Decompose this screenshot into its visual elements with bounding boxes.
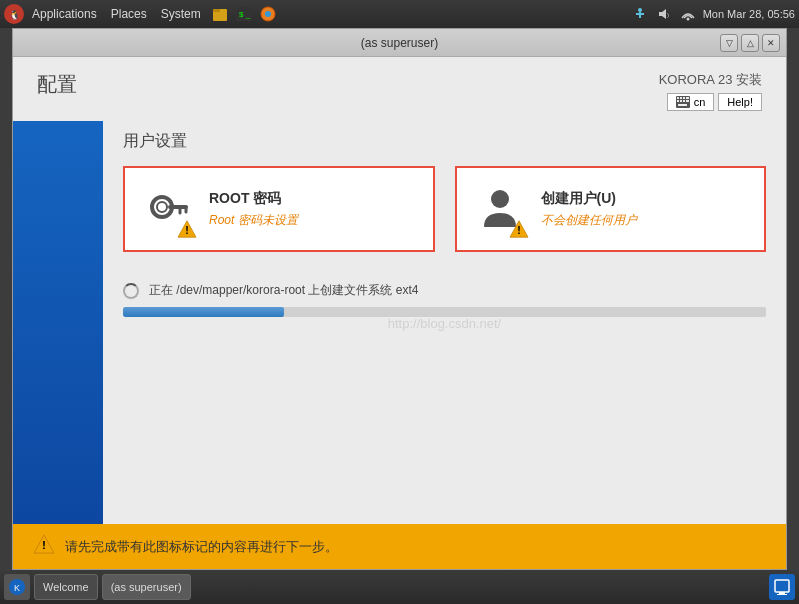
locale-button[interactable]: cn: [667, 93, 715, 111]
progress-row: 正在 /dev/mapper/korora-root 上创建文件系统 ext4: [123, 282, 766, 299]
window-controls: ▽ △ ✕: [720, 34, 780, 52]
create-user-card[interactable]: ! 创建用户(U) 不会创建任何用户: [455, 166, 767, 252]
keyboard-icon: [676, 96, 690, 108]
system-tray: ) Mon Mar 28, 05:56: [631, 5, 795, 23]
svg-point-7: [265, 11, 271, 17]
applications-menu[interactable]: Applications: [26, 5, 103, 23]
network-icon[interactable]: [679, 5, 697, 23]
svg-rect-23: [678, 104, 687, 106]
quick-launch-bar: $ _: [209, 3, 279, 25]
locale-controls: cn Help!: [667, 93, 762, 111]
section-title: 用户设置: [123, 131, 766, 152]
svg-rect-3: [213, 9, 220, 12]
main-window: (as superuser) ▽ △ ✕ 配置 KORORA 23 安装: [12, 28, 787, 570]
taskbar-bottom: K Welcome (as superuser): [0, 570, 799, 604]
svg-text:!: !: [185, 224, 189, 236]
spinner-icon: [123, 283, 139, 299]
user-card-text: 创建用户(U) 不会创建任何用户: [541, 190, 637, 229]
svg-point-31: [491, 190, 509, 208]
svg-point-13: [686, 18, 689, 21]
accessibility-icon[interactable]: [631, 5, 649, 23]
browser-icon[interactable]: [257, 3, 279, 25]
tb-right: [769, 574, 795, 600]
svg-rect-21: [683, 100, 685, 102]
minimize-button[interactable]: ▽: [720, 34, 738, 52]
warning-bar-icon: !: [33, 534, 55, 559]
svg-rect-16: [680, 97, 682, 99]
root-card-text: ROOT 密码 Root 密码未设置: [209, 190, 298, 229]
terminal-icon[interactable]: $ _: [233, 3, 255, 25]
cards-row: ! ROOT 密码 Root 密码未设置: [123, 166, 766, 252]
root-card-title: ROOT 密码: [209, 190, 298, 208]
svg-rect-18: [686, 97, 689, 99]
warning-bar: ! 请先完成带有此图标标记的内容再进行下一步。: [13, 524, 786, 569]
progress-area: 正在 /dev/mapper/korora-root 上创建文件系统 ext4: [123, 282, 766, 317]
svg-rect-39: [779, 592, 785, 594]
user-icon-area: !: [473, 182, 527, 236]
show-desktop-icon[interactable]: [769, 574, 795, 600]
window-title: (as superuser): [361, 36, 438, 50]
close-button[interactable]: ✕: [762, 34, 780, 52]
svg-rect-17: [683, 97, 685, 99]
locale-label: cn: [694, 96, 706, 108]
page-title: 配置: [37, 71, 77, 98]
locale-area: KORORA 23 安装: [659, 71, 762, 111]
svg-text:🐧: 🐧: [9, 9, 21, 21]
svg-text:$ _: $ _: [239, 10, 251, 19]
svg-rect-40: [777, 594, 787, 595]
svg-text:!: !: [42, 538, 46, 552]
volume-icon[interactable]: ): [655, 5, 673, 23]
content-body: 用户设置: [13, 121, 786, 524]
install-title: KORORA 23 安装: [659, 71, 762, 89]
progress-bar-track: [123, 307, 766, 317]
svg-rect-15: [677, 97, 679, 99]
window-titlebar: (as superuser) ▽ △ ✕: [13, 29, 786, 57]
system-menu[interactable]: System: [155, 5, 207, 23]
welcome-taskbar-btn[interactable]: Welcome: [34, 574, 98, 600]
root-card-subtitle: Root 密码未设置: [209, 212, 298, 229]
maximize-button[interactable]: △: [741, 34, 759, 52]
left-sidebar: [13, 121, 103, 524]
svg-text:!: !: [517, 224, 521, 236]
user-card-subtitle: 不会创建任何用户: [541, 212, 637, 229]
user-warning-icon: !: [509, 220, 529, 238]
distro-tb-icon[interactable]: K: [4, 574, 30, 600]
svg-text:K: K: [14, 583, 20, 593]
datetime-label: Mon Mar 28, 05:56: [703, 8, 795, 20]
content-header: 配置 KORORA 23 安装: [13, 57, 786, 121]
root-password-card[interactable]: ! ROOT 密码 Root 密码未设置: [123, 166, 435, 252]
help-button[interactable]: Help!: [718, 93, 762, 111]
user-card-title: 创建用户(U): [541, 190, 637, 208]
watermark: http://blog.csdn.net/: [388, 315, 501, 330]
superuser-taskbar-btn[interactable]: (as superuser): [102, 574, 191, 600]
svg-rect-38: [775, 580, 789, 592]
window-content: 配置 KORORA 23 安装: [13, 57, 786, 569]
svg-rect-19: [677, 100, 679, 102]
svg-point-25: [157, 202, 167, 212]
root-icon-area: !: [141, 182, 195, 236]
svg-text:): ): [667, 12, 669, 18]
svg-rect-22: [686, 100, 689, 102]
distro-icon: 🐧: [4, 4, 24, 24]
file-manager-icon[interactable]: [209, 3, 231, 25]
root-warning-icon: !: [177, 220, 197, 238]
svg-marker-11: [659, 9, 666, 19]
places-menu[interactable]: Places: [105, 5, 153, 23]
progress-bar-fill: [123, 307, 284, 317]
progress-label: 正在 /dev/mapper/korora-root 上创建文件系统 ext4: [149, 282, 418, 299]
svg-rect-20: [680, 100, 682, 102]
warning-bar-text: 请先完成带有此图标标记的内容再进行下一步。: [65, 538, 338, 556]
right-main: 用户设置: [103, 121, 786, 524]
taskbar-top: 🐧 Applications Places System $ _ ) Mon M…: [0, 0, 799, 28]
svg-point-8: [638, 8, 642, 12]
